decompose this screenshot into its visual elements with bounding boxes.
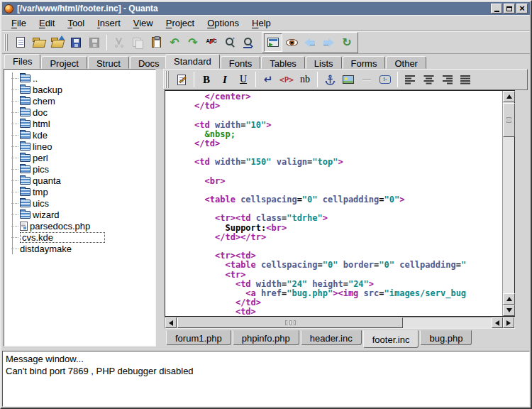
toolbar-handle[interactable]: [165, 71, 170, 88]
menu-file[interactable]: File: [6, 16, 31, 31]
open-recent-button[interactable]: [48, 33, 67, 52]
file-tree[interactable]: ..backupchemdochtmlkdelineoperlpicsquant…: [4, 69, 156, 347]
toolbar-handle[interactable]: [4, 34, 9, 51]
folder-icon: [20, 200, 31, 207]
align-left-button[interactable]: [401, 70, 419, 89]
tab-lists[interactable]: Lists: [306, 56, 342, 69]
tree-item-pics[interactable]: pics: [6, 163, 155, 175]
filetab-bug-php[interactable]: bug.php: [420, 330, 472, 345]
align-center-button[interactable]: [419, 70, 438, 89]
open-file-button[interactable]: [30, 33, 48, 52]
tree-item-html[interactable]: html: [6, 118, 155, 129]
underline-button[interactable]: U: [234, 70, 253, 89]
quickstart-icon: [177, 75, 186, 85]
editor-horizontal-scrollbar[interactable]: [165, 317, 515, 329]
tree-item-chem[interactable]: chem: [6, 95, 155, 107]
align-right-button[interactable]: [438, 70, 456, 89]
tab-fonts[interactable]: Fonts: [221, 56, 261, 69]
anchor-icon: [325, 75, 336, 85]
tab-tables[interactable]: Tables: [261, 56, 305, 69]
menu-tool[interactable]: Tool: [62, 16, 89, 31]
save-button[interactable]: [67, 33, 85, 52]
menu-insert[interactable]: Insert: [92, 16, 126, 31]
tree-item-parsedocs-php[interactable]: parsedocs.php: [6, 220, 155, 231]
menu-view[interactable]: View: [128, 16, 158, 31]
titlebar[interactable]: [/var/www/html/footer.inc] - Quanta ×: [2, 2, 530, 15]
horizontal-scroll-thumb[interactable]: [177, 317, 403, 328]
tree-item-wizard[interactable]: wizard: [6, 209, 155, 220]
line-break-button[interactable]: ↵: [259, 70, 277, 89]
tab-standard[interactable]: Standard: [165, 54, 220, 69]
scroll-left-button-2[interactable]: [492, 317, 503, 328]
paste-button[interactable]: [147, 33, 165, 52]
tree-item-quanta[interactable]: quanta: [6, 175, 155, 186]
new-document-button[interactable]: [11, 33, 30, 52]
code-area[interactable]: </center> </td> <td width="10"> &nbsp; <…: [166, 91, 501, 316]
code-editor[interactable]: </center> </td> <td width="10"> &nbsp; <…: [165, 90, 515, 317]
filetab-header-inc[interactable]: header.inc: [301, 330, 362, 345]
tab-forms[interactable]: Forms: [343, 56, 386, 69]
menu-project[interactable]: Project: [161, 16, 199, 31]
scroll-left-button[interactable]: [165, 317, 177, 328]
message-window[interactable]: Message window...Can't bind port 7869 , …: [2, 351, 530, 407]
tab-files[interactable]: Files: [4, 54, 40, 69]
menu-options[interactable]: Options: [202, 16, 244, 31]
non-breaking-space-button[interactable]: nb: [296, 70, 314, 89]
save-all-button: [85, 33, 104, 52]
folder-icon: [20, 211, 31, 219]
italic-button[interactable]: I: [216, 70, 234, 89]
tree-item-distdaymake[interactable]: distdaymake: [6, 243, 155, 254]
menu-help[interactable]: Help: [247, 16, 276, 31]
redo-button[interactable]: ↷: [184, 33, 202, 52]
scroll-up-button[interactable]: [503, 91, 515, 102]
filetab-footer-inc[interactable]: footer.inc: [363, 330, 419, 348]
forward-button[interactable]: [319, 33, 338, 52]
paragraph-button[interactable]: <P>: [277, 70, 296, 89]
tree-item-[interactable]: ..: [6, 72, 155, 84]
maximize-button[interactable]: [504, 4, 515, 13]
code-line: <br>: [169, 177, 501, 186]
close-button[interactable]: ×: [516, 4, 528, 13]
tree-rename-input[interactable]: cvs.kde: [20, 232, 105, 243]
toggle-tree-view-button[interactable]: [264, 33, 282, 52]
tree-item-label: lineo: [33, 141, 52, 152]
vertical-scroll-thumb[interactable]: [503, 103, 515, 137]
scroll-up-button-2[interactable]: [503, 293, 515, 305]
tree-item-label: perl: [33, 153, 48, 163]
find-next-button[interactable]: [239, 33, 257, 52]
tree-item-tmp[interactable]: tmp: [6, 186, 155, 197]
reload-button[interactable]: ↻: [338, 33, 356, 52]
bold-button[interactable]: B: [197, 70, 216, 89]
folder-icon: [20, 86, 31, 94]
save-icon: [71, 38, 81, 48]
tab-struct[interactable]: Struct: [88, 56, 129, 69]
undo-button[interactable]: ↶: [165, 33, 184, 52]
scroll-down-button[interactable]: [503, 305, 515, 316]
preview-button[interactable]: [282, 33, 301, 52]
insert-image-button[interactable]: [339, 70, 358, 89]
tree-item-uics[interactable]: uics: [6, 197, 155, 209]
tree-guide: [11, 101, 18, 102]
tree-item-lineo[interactable]: lineo: [6, 141, 155, 152]
tree-item-perl[interactable]: perl: [6, 152, 155, 163]
toolbar-separator: [397, 72, 398, 87]
tab-project[interactable]: Project: [41, 56, 87, 69]
tree-item-doc[interactable]: doc: [6, 107, 155, 118]
back-button[interactable]: [301, 33, 319, 52]
quick-start-button[interactable]: [172, 70, 191, 89]
tree-item-kde[interactable]: kde: [6, 129, 155, 141]
menu-edit[interactable]: Edit: [34, 16, 60, 31]
filetab-phpinfo-php[interactable]: phpinfo.php: [233, 330, 299, 345]
comment-button[interactable]: !-: [376, 70, 394, 89]
anchor-button[interactable]: [321, 70, 339, 89]
tree-item-cvs-kde[interactable]: cvs.kde: [6, 231, 155, 243]
spellcheck-button[interactable]: ABC✓: [202, 33, 221, 52]
filetab-forum1-php[interactable]: forum1.php: [166, 330, 231, 345]
minimize-button[interactable]: [491, 4, 502, 13]
align-justify-button[interactable]: [456, 70, 475, 89]
scroll-right-button[interactable]: [503, 317, 514, 328]
tree-item-backup[interactable]: backup: [6, 84, 155, 95]
find-button[interactable]: [221, 33, 239, 52]
editor-vertical-scrollbar[interactable]: [502, 91, 514, 316]
tab-other[interactable]: Other: [386, 56, 426, 69]
